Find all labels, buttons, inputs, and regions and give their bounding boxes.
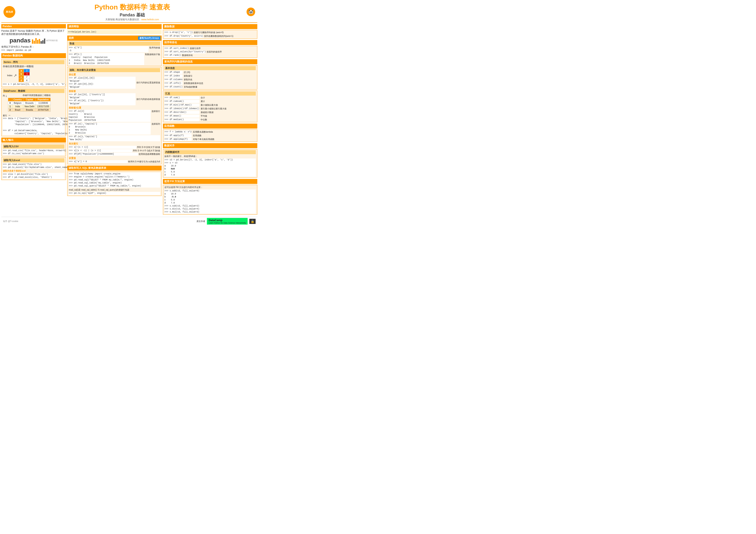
bar3: [35, 38, 37, 44]
csv-title: 读取/写入CSV: [3, 144, 65, 149]
s-label-c: c: [19, 76, 24, 79]
info-section: 查询序列与数据框的信息 基本信息 >>> df.shape (行,列) >>> …: [163, 59, 257, 122]
df-desc: 存储不同类型数据的二维数组: [8, 94, 51, 97]
import-label: 使用以下语句导入 Pandas 库：: [1, 45, 66, 48]
watermark: 知乎 @T-cookie: [3, 220, 18, 223]
pandas-logo: pandas 由字符画示意: [1, 37, 66, 44]
csv-section: 读取/写入CSV >>> pd.read_csv('file.csv', hea…: [1, 143, 66, 156]
sum-desc-6: 中位数: [201, 118, 256, 121]
labelpos-title: 按标签/位置: [69, 106, 160, 109]
excel-code2: >>> pd.to_excel('dir/myDataFrame.xlsx', …: [3, 166, 65, 169]
pandas-bars-visual: [32, 37, 45, 44]
get-code2: >>> df[1:]: [69, 53, 144, 56]
s-val-3: 3: [24, 69, 30, 72]
index-text: 索引: [3, 114, 7, 117]
excel-code1: >>> pd.read_excel('file.xlsx'): [3, 163, 65, 166]
excel-code3: >>> xlsx = pd.ExcelFile('file.xls'): [3, 173, 65, 176]
drop-content: >>> s.drop(['a', 'c']) 按索引引删除序列的值 (axis=…: [163, 30, 257, 39]
website-link[interactable]: www.hellobi.com: [141, 18, 159, 21]
sort-row2: >>> df.sort_values(by='Country') 按某列的值排序: [164, 50, 256, 53]
page-header: 果鸟译 Python 数据科学 速查表 Pandas 基础 天善智能 商业智能与…: [1, 1, 257, 23]
basic-desc-2: 获取列名: [184, 78, 256, 81]
df-table: Country Capital Population 0 Belgium Bru…: [8, 98, 51, 112]
logo-caption: 由字符画示意: [46, 39, 58, 42]
get-result1: -5: [69, 49, 148, 52]
set-code: >>> s['a'] = 6: [69, 160, 127, 163]
pandas-intro-section: Pandas Pandas 是基于 Numpy 创建的 Python 库，为 P…: [1, 24, 66, 52]
basic-info-title: 基本信息: [164, 66, 256, 70]
s-label-a: a: [19, 69, 24, 72]
label-codes: >>> df.loc[[0], ['Country']] 'Belgium' >…: [69, 93, 136, 105]
apply-section: 应用函数 >>> f = lambda x: x*2 应用匿名函数lambda …: [163, 124, 257, 142]
io-section: 输入/输出 读取/写入CSV >>> pd.read_csv('file.csv…: [1, 138, 66, 180]
label-title: 按标签: [69, 89, 160, 93]
s-val-7: 7: [24, 76, 30, 79]
series-desc: 存储任意类型数据的一维数组: [3, 65, 65, 68]
apply-desc2: 应用函数: [193, 134, 256, 137]
help-title: 调用帮助: [67, 24, 162, 29]
sum-desc-1: 累计: [201, 100, 256, 103]
sql-code6: >>> pd.to_sql('myDf', engine): [69, 192, 160, 195]
basic-code-0: >>> df.shape: [164, 71, 182, 74]
sum-code-6: >>> df.median(): [164, 118, 199, 121]
bar1: [32, 39, 33, 44]
csv-code2: >>> df.to_csv('myDataFrame.csv'): [3, 152, 65, 155]
series-code: >>> s = pd.Series([3, -5, 7, 4], index=[…: [3, 83, 65, 86]
pos-code1: >>> df.iloc[[0],[0]]: [69, 77, 136, 80]
apply-code1: >>> f = lambda x: x*2: [164, 131, 192, 134]
df-labels: 列 ↓: [3, 94, 7, 98]
excel-code4: >>> df = pd.read_excel(xlsx, 'Sheet1'): [3, 176, 65, 179]
summary-section: 汇总 >>> df.sum() 合计 >>> df.cumsum() 累计 >>…: [163, 90, 257, 122]
th-empty: [8, 98, 12, 101]
td-pop-0: 11190846: [36, 101, 51, 105]
align-result: a 10.0 b NaN c 5.0 d 7.0: [164, 165, 256, 177]
org-name: 天善智能 商业智能与大数据社区: [105, 18, 139, 21]
df-label-index: 索引 →: [3, 114, 65, 117]
td-idx-2: 2: [8, 108, 12, 112]
pandas-description: Pandas 是基于 Numpy 创建的 Python 库，为 Python 提…: [1, 29, 66, 36]
bool-code1: >>> s[~(s > 1)]: [69, 146, 136, 149]
ix-res2: 0 Brussels 1 New Delhi 2 Brasilia: [69, 126, 150, 135]
td-idx-0: 0: [8, 101, 12, 105]
fill-code3: >>> s.div(s3, fill_value=4): [164, 208, 256, 211]
sort-row3: >>> df.rank() 数据框排名: [164, 54, 256, 57]
apply-content: >>> f = lambda x: x*2 应用匿名函数lambda >>> d…: [163, 129, 257, 142]
sort-title: 排序和排名: [163, 40, 257, 45]
ix-row1: >>> df.ix[2] Country Brazil Capital Bras…: [69, 110, 160, 122]
bool-desc1: 序列 S 中没有大于1的值: [137, 146, 160, 149]
td-capital-2: Brasilia: [23, 108, 36, 112]
fill-section: 使用 Fill 方法运算 还可以使用 Fill 方法进行内部对齐运算： >>> …: [163, 179, 257, 215]
right-arrow: →: [8, 114, 11, 117]
ix-desc2: 选择某列: [151, 122, 160, 126]
label-code1: >>> df.loc[[0], ['Country']]: [69, 93, 136, 96]
sort-code1: >>> df.sort_index(): [164, 47, 189, 50]
get-section: 取值 >>> s['b'] -5 取序列的值 >>> df[1:] Countr…: [67, 40, 162, 66]
sum-code-5: >>> df.mean(): [164, 114, 199, 117]
apply-title: 应用函数: [163, 124, 257, 129]
df-table-container: 存储不同类型数据的二维数组 Country Capital Population…: [8, 94, 51, 113]
align-content: 内部数据对齐 如有不一致的索引，则使用NA值： >>> s3 = pd.Seri…: [163, 149, 257, 178]
sum-code-2: >>> df.min()/df.max(): [164, 104, 199, 107]
td-capital-0: Brussels: [23, 101, 36, 105]
pos-block: >>> df.iloc[[0],[0]] 'Belgium' >>> df.ia…: [69, 77, 160, 89]
sql-code2: >>> engine = create_engine('sqlite:///me…: [69, 175, 160, 179]
pos-code2: >>> df.iat([0],[0]): [69, 83, 136, 86]
apply-code2: >>> df.apply(f): [164, 134, 192, 137]
sql-section: 读取和写入 SQL 查询及数据库表 >>> from sqlalchemy im…: [67, 165, 162, 196]
footer: 知乎 @T-cookie 原文作者 DataCamp Learn Python …: [1, 217, 257, 225]
ix-code2-block: >>> df.ix[:,'Capital'] 0 Brussels 1 New …: [69, 122, 150, 135]
bar7: [42, 40, 43, 44]
dataframe-visual: 列 ↓ 存储不同类型数据的二维数组 Country Capital: [3, 94, 65, 113]
bool-row3: >>> df[df['Population']>1200000000] 使用筛选…: [69, 153, 160, 156]
get-table: Country Capital Population 1 India New D…: [69, 56, 144, 65]
sum-desc-3: 索引最小值除以索引最大值: [201, 107, 256, 110]
select-header: 选择 参阅 NumPy Arrays: [67, 36, 162, 40]
pandas-logo-text: pandas: [10, 37, 31, 44]
s-label-b: b: [19, 72, 24, 76]
apply-desc3: 对每个单元格应用函数: [193, 138, 256, 141]
drop-desc2: 按列名删除数据框的列(axis=1): [204, 35, 256, 38]
td-pop-2: 207847528: [36, 108, 51, 112]
align-code1: >>> s3 = pd.Series([7, -2, 3], index=['a…: [164, 159, 256, 162]
td-country-0: Belgium: [12, 101, 23, 105]
set-row: >>> s['a'] = 6 将序列 S 中索引引为 a 的值设为6: [69, 160, 160, 163]
